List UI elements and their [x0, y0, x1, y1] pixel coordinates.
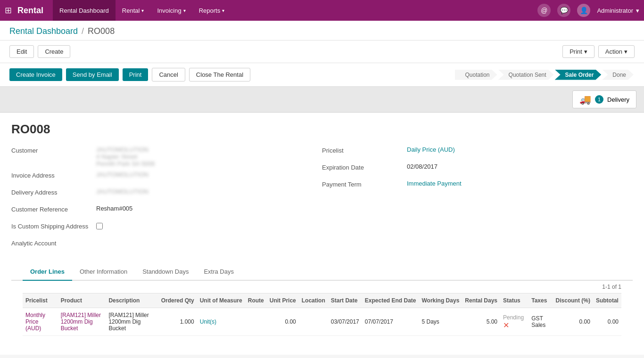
form-area: RO008 Customer JAUTOMOLUTION4 Napier Str…	[0, 113, 644, 355]
col-working-days: Working Days	[419, 293, 462, 308]
col-subtotal: Subtotal	[593, 293, 621, 308]
cell-ordered-qty: 1.000	[158, 308, 197, 336]
create-invoice-button[interactable]: Create Invoice	[9, 68, 62, 81]
table-body: Monthly Price (AUD) [RAM121] Miller 1200…	[23, 308, 621, 336]
customer-label: Customer	[11, 146, 96, 154]
pipeline-step-quotation-sent[interactable]: Quotation Sent	[498, 70, 554, 80]
tabs-bar: Order Lines Other Information Standdown …	[11, 263, 633, 281]
pipeline-step-done[interactable]: Done	[602, 70, 634, 80]
customer-row: Customer JAUTOMOLUTION4 Napier StreetPen…	[11, 146, 313, 167]
delivery-truck-icon: 🚚	[579, 94, 591, 105]
table-area: 1-1 of 1 Pricelist Product Description O…	[11, 281, 633, 345]
form-grid: Customer JAUTOMOLUTION4 Napier StreetPen…	[11, 146, 633, 256]
status-remove-icon[interactable]: ✕	[503, 321, 509, 329]
nav-reports[interactable]: Reports ▾	[192, 0, 231, 21]
action-status-bar: Create Invoice Send by Email Print Cance…	[0, 63, 644, 87]
reports-dropdown-arrow: ▾	[222, 8, 224, 13]
print-button[interactable]: Print ▾	[562, 45, 594, 58]
at-icon[interactable]: @	[537, 4, 551, 17]
edit-button[interactable]: Edit	[9, 45, 34, 58]
cell-location	[299, 308, 328, 336]
action-button[interactable]: Action ▾	[598, 45, 635, 58]
cell-discount: 0.00	[553, 308, 593, 336]
col-taxes: Taxes	[528, 293, 553, 308]
table-pagination: 1-1 of 1	[23, 281, 621, 293]
delivery-count-badge: 1	[595, 95, 603, 104]
customer-reference-label: Customer Reference	[11, 205, 96, 213]
analytic-account-label: Analytic Account	[11, 239, 96, 247]
delivery-label: Delivery	[607, 96, 629, 103]
pricelist-label: Pricelist	[322, 146, 407, 154]
table-header-row: Pricelist Product Description Ordered Qt…	[23, 293, 621, 308]
cell-taxes: GST Sales	[528, 308, 553, 336]
tab-order-lines[interactable]: Order Lines	[23, 263, 72, 281]
custom-shipping-checkbox[interactable]	[96, 223, 103, 229]
nav-rental-dashboard[interactable]: Rental Dashboard	[53, 0, 116, 21]
col-product: Product	[58, 293, 106, 308]
col-ordered-qty: Ordered Qty	[158, 293, 197, 308]
delivery-address-value: JAUTOMOLUTION	[96, 188, 313, 195]
breadcrumb-parent-link[interactable]: Rental Dashboard	[9, 26, 78, 36]
col-discount: Discount (%)	[553, 293, 593, 308]
close-rental-button[interactable]: Close The Rental	[189, 68, 250, 81]
nav-rental[interactable]: Rental ▾	[116, 0, 151, 21]
cell-product[interactable]: [RAM121] Miller 1200mm Dig Bucket	[58, 308, 106, 336]
tab-other-information[interactable]: Other Information	[72, 263, 135, 281]
cancel-button[interactable]: Cancel	[152, 68, 185, 81]
col-pricelist: Pricelist	[23, 293, 58, 308]
col-status: Status	[500, 293, 528, 308]
pipeline-step-sale-order[interactable]: Sale Order	[555, 70, 602, 80]
cell-working-days: 5 Days	[419, 308, 462, 336]
print-dropdown-arrow: ▾	[584, 48, 587, 55]
customer-reference-value: Resham#005	[96, 205, 313, 212]
toolbar: Edit Create Print ▾ Action ▾	[0, 41, 644, 63]
send-by-email-button[interactable]: Send by Email	[66, 68, 119, 81]
admin-menu[interactable]: Administrator ▾	[597, 7, 639, 14]
admin-dropdown-arrow: ▾	[636, 7, 639, 14]
payment-term-label: Payment Term	[322, 180, 407, 188]
invoicing-dropdown-arrow: ▾	[183, 8, 186, 13]
order-title: RO008	[11, 122, 633, 137]
nav-invoicing[interactable]: Invoicing ▾	[150, 0, 192, 21]
top-navigation: ⊞ Rental Rental Dashboard Rental ▾ Invoi…	[0, 0, 644, 21]
cell-pricelist[interactable]: Monthly Price (AUD)	[23, 308, 58, 336]
delivery-address-row: Delivery Address JAUTOMOLUTION	[11, 188, 313, 201]
col-start-date: Start Date	[328, 293, 362, 308]
pipeline-steps: Quotation Quotation Sent Sale Order Done	[455, 70, 635, 80]
app-grid-icon[interactable]: ⊞	[5, 5, 12, 16]
custom-shipping-label: Is Custom Shipping Address	[11, 222, 96, 230]
analytic-account-row: Analytic Account	[11, 239, 313, 252]
cell-status: Pending ✕	[500, 308, 528, 336]
avatar[interactable]: 👤	[577, 4, 590, 17]
tab-standdown-days[interactable]: Standdown Days	[135, 263, 196, 281]
cell-unit-of-measure[interactable]: Unit(s)	[197, 308, 245, 336]
payment-term-row: Payment Term Immediate Payment	[322, 180, 623, 193]
pipeline-step-quotation[interactable]: Quotation	[455, 70, 497, 80]
col-location: Location	[299, 293, 328, 308]
tab-extra-days[interactable]: Extra Days	[196, 263, 241, 281]
cell-unit-price: 0.00	[267, 308, 299, 336]
payment-term-value[interactable]: Immediate Payment	[407, 180, 623, 187]
order-lines-table: Pricelist Product Description Ordered Qt…	[23, 293, 621, 336]
delivery-banner: 🚚 1 Delivery	[0, 87, 644, 113]
expiration-date-row: Expiration Date 02/08/2017	[322, 163, 623, 176]
form-left: Customer JAUTOMOLUTION4 Napier StreetPen…	[11, 146, 322, 256]
expiration-date-value: 02/08/2017	[407, 163, 623, 170]
customer-reference-row: Customer Reference Resham#005	[11, 205, 313, 218]
breadcrumb: Rental Dashboard / RO008	[0, 21, 644, 41]
delivery-button[interactable]: 🚚 1 Delivery	[572, 90, 636, 108]
chat-icon[interactable]: 💬	[557, 4, 570, 17]
col-rental-days: Rental Days	[462, 293, 500, 308]
expiration-date-label: Expiration Date	[322, 163, 407, 171]
create-button[interactable]: Create	[38, 45, 70, 58]
pricelist-value[interactable]: Daily Price (AUD)	[407, 146, 623, 153]
pricelist-row: Pricelist Daily Price (AUD)	[322, 146, 623, 159]
app-name: Rental	[17, 6, 43, 16]
col-expected-end-date: Expected End Date	[362, 293, 419, 308]
print-action-button[interactable]: Print	[123, 68, 149, 81]
invoice-address-value: JAUTOMOLUTION	[96, 171, 313, 178]
breadcrumb-current: RO008	[88, 26, 115, 36]
col-route: Route	[245, 293, 267, 308]
delivery-address-label: Delivery Address	[11, 188, 96, 196]
cell-description: [RAM121] Miller 1200mm Dig Bucket	[106, 308, 158, 336]
